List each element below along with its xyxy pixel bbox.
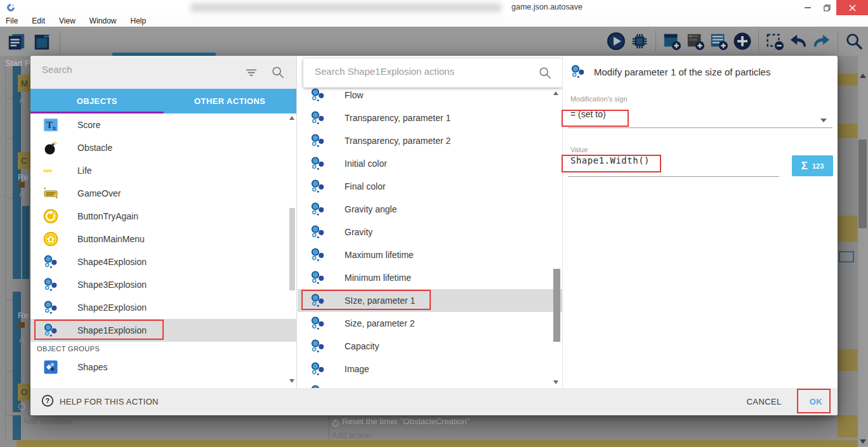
action-list-item[interactable]: Maximum lifetime	[298, 243, 562, 266]
action-list-item[interactable]: Transparency, parameter 1	[298, 107, 562, 129]
object-list-item[interactable]: Shape2Explosion	[30, 296, 296, 319]
actions-scrollbar	[553, 91, 561, 384]
particle-icon	[310, 361, 326, 377]
comment-block: O	[18, 384, 30, 401]
add-object-icon[interactable]	[732, 31, 753, 51]
tab[interactable]: OTHER ACTIONS	[164, 89, 297, 113]
add-external-layout-icon[interactable]	[709, 31, 729, 51]
action-name: Capacity	[345, 341, 379, 351]
object-list-item[interactable]: ButtonMainMenu	[30, 228, 296, 250]
object-list-item[interactable]: GameOver	[30, 182, 296, 205]
comment-block	[838, 216, 858, 242]
action-list-item[interactable]: Minimum lifetime	[298, 266, 562, 289]
object-list-item[interactable]: Shapes	[30, 356, 296, 379]
action-list-item[interactable]: Gravity angle	[298, 198, 562, 221]
action-list-item[interactable]: Gravity	[298, 221, 562, 243]
toolbar-separator	[758, 30, 759, 52]
project-manager-icon[interactable]	[6, 32, 27, 52]
scroll-up-arrow-icon[interactable]	[553, 91, 558, 95]
menu-item[interactable]: Help	[131, 16, 147, 25]
event-action-text: Reset the timer "ObstacleCreation"	[342, 417, 470, 426]
scroll-down-arrow-icon[interactable]	[553, 380, 558, 384]
action-list-item[interactable]: Transparency, parameter 2	[298, 129, 562, 152]
dialog-footer: ? HELP FOR THIS ACTION CANCEL OK	[30, 388, 838, 415]
particle-icon	[43, 277, 58, 292]
debug-icon[interactable]	[629, 31, 650, 51]
redo-icon[interactable]	[812, 31, 832, 51]
action-list-item[interactable]: Initial color	[298, 152, 562, 175]
search-icon[interactable]	[538, 66, 552, 82]
object-list-item[interactable]: Shape4Explosion	[30, 250, 296, 273]
search-icon[interactable]	[844, 31, 864, 51]
add-external-events-icon[interactable]	[685, 31, 706, 51]
object-list-item[interactable]: Tx Score	[30, 113, 296, 136]
particle-icon	[310, 224, 326, 240]
event-text-fragment: Re	[18, 172, 29, 182]
object-list-item[interactable]: Shape3Explosion	[30, 273, 296, 296]
action-name: Minimum lifetime	[345, 273, 411, 283]
menu-item[interactable]: View	[59, 16, 76, 25]
undo-icon[interactable]	[788, 31, 808, 51]
restore-icon[interactable]	[817, 0, 836, 15]
add-scene-icon[interactable]	[662, 31, 682, 51]
menu-bar: File Edit View Window Help	[0, 15, 868, 27]
action-list-item[interactable]: Final color	[298, 175, 562, 198]
objects-scrollbar-thumb[interactable]	[289, 208, 295, 290]
particle-icon	[310, 202, 326, 217]
actions-list: Flow Transparency, parameter 1 Transpare…	[298, 84, 562, 388]
object-name: Obstacle	[77, 143, 112, 153]
objects-tabs: OBJECTS OTHER ACTIONS	[30, 89, 296, 113]
particle-icon	[310, 179, 326, 194]
expression-builder-button[interactable]: Σ 123	[792, 155, 833, 176]
object-list-item[interactable]: ♥♥♥ Life	[30, 159, 296, 182]
action-list-item[interactable]: Size, parameter 2	[298, 312, 562, 335]
search-icon[interactable]	[271, 65, 285, 82]
add-action-link: Add action	[332, 431, 371, 440]
menu-item[interactable]: File	[6, 16, 18, 25]
action-list-item[interactable]: SIze, parameter 1	[298, 289, 562, 312]
field-underline	[568, 127, 832, 128]
action-name: Final color	[345, 181, 386, 191]
help-label: HELP FOR THIS ACTION	[60, 397, 159, 406]
window-titlebar: game.json.autosave	[0, 0, 868, 15]
action-list-item[interactable]: Image	[298, 358, 562, 380]
close-button[interactable]	[836, 0, 868, 15]
play-icon[interactable]	[606, 31, 626, 51]
menu-item[interactable]: Window	[89, 16, 117, 25]
objects-search-bar	[30, 56, 296, 89]
annotation-box	[562, 155, 661, 172]
actions-panel: Flow Transparency, parameter 1 Transpare…	[298, 56, 562, 388]
parameters-panel: Modify parameter 1 of the size of partic…	[562, 56, 838, 388]
cancel-button[interactable]: CANCEL	[747, 397, 782, 406]
object-list-item[interactable]: ButtonTryAgain	[30, 205, 296, 228]
particle-icon	[310, 247, 326, 262]
scroll-up-arrow-icon[interactable]	[289, 116, 294, 120]
action-name: Gravity	[345, 227, 372, 237]
menu-item[interactable]: Edit	[32, 16, 45, 25]
comment-block: M	[18, 75, 30, 92]
objects-search-input[interactable]	[42, 64, 232, 75]
annotation-box	[562, 110, 629, 127]
chevron-down-icon[interactable]	[820, 114, 827, 126]
action-name: Transparency, parameter 2	[345, 136, 450, 146]
deselect-icon[interactable]	[765, 31, 785, 51]
group-icon	[43, 360, 58, 375]
action-list-item[interactable]	[298, 380, 562, 388]
object-list-item[interactable]: Obstacle	[30, 136, 296, 159]
actions-search-input[interactable]	[315, 66, 524, 77]
timer-icon	[332, 418, 339, 429]
svg-text:♥♥♥: ♥♥♥	[43, 167, 53, 174]
tab[interactable]: OBJECTS	[30, 89, 164, 113]
value-field-label: Value	[570, 146, 588, 153]
scroll-down-arrow-icon[interactable]	[289, 379, 294, 383]
objects-panel: OBJECTS OTHER ACTIONS Tx Score Obstacle …	[30, 56, 297, 388]
object-name: Score	[77, 120, 101, 130]
action-list-item[interactable]: Capacity	[298, 335, 562, 358]
help-for-this-action-button[interactable]: ? HELP FOR THIS ACTION	[41, 394, 159, 409]
object-list-item[interactable]: Shape1Explosion	[30, 319, 296, 342]
scene-editor-icon[interactable]	[32, 32, 52, 52]
actions-scrollbar-thumb[interactable]	[553, 269, 560, 342]
filter-icon[interactable]	[244, 65, 258, 82]
event-icon-fragment	[18, 182, 25, 188]
minimize-icon[interactable]	[798, 0, 817, 15]
